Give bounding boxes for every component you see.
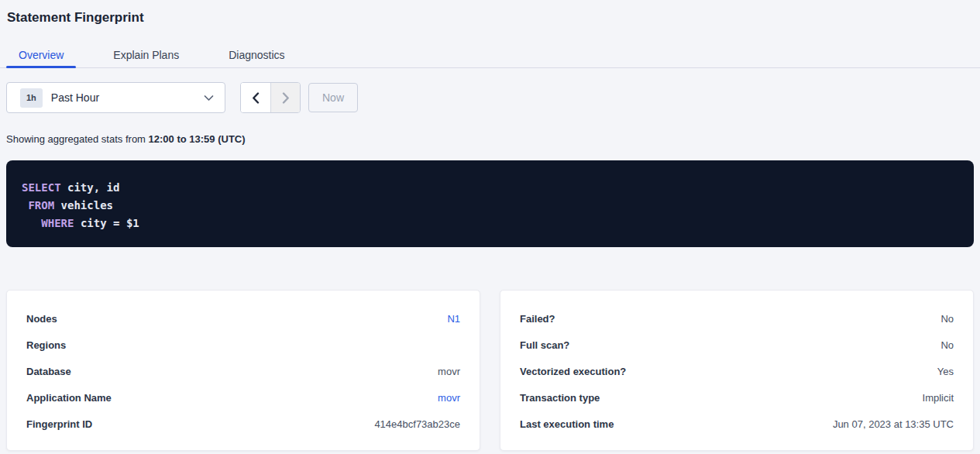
sql-statement-box: SELECT city, id FROM vehicles WHERE city… [6, 160, 974, 247]
application-name-label: Application Name [26, 392, 112, 404]
full-scan-label: Full scan? [520, 339, 569, 351]
time-step-button-group [240, 82, 301, 113]
chevron-down-icon [204, 95, 214, 101]
time-controls-row: 1h Past Hour Now [6, 82, 974, 113]
transaction-type-label: Transaction type [520, 392, 600, 404]
fingerprint-id-value: 414e4bcf73ab23ce [374, 418, 460, 430]
detail-row-nodes: Nodes N1 [26, 305, 460, 332]
detail-row-fingerprint-id: Fingerprint ID 414e4bcf73ab23ce [26, 411, 460, 437]
aggregated-stats-range: 12:00 to 13:59 (UTC) [149, 133, 246, 145]
detail-row-transaction-type: Transaction type Implicit [520, 384, 954, 411]
sql-line: SELECT city, id [22, 179, 958, 197]
time-interval-label: Past Hour [51, 91, 204, 104]
sql-keyword: WHERE [41, 217, 74, 229]
time-interval-badge: 1h [20, 88, 43, 108]
sql-line: WHERE city = $1 [22, 215, 958, 232]
detail-cards: Nodes N1 Regions Database movr Applicati… [6, 290, 974, 451]
execution-attributes-card: Failed? No Full scan? No Vectorized exec… [500, 290, 974, 451]
detail-row-last-execution: Last execution time Jun 07, 2023 at 13:3… [520, 411, 954, 437]
sql-keyword: FROM [28, 199, 54, 212]
tab-diagnostics-label: Diagnostics [229, 49, 284, 61]
sql-keyword: SELECT [22, 181, 61, 194]
aggregated-stats-text: Showing aggregated stats from 12:00 to 1… [6, 133, 974, 145]
tab-overview[interactable]: Overview [6, 43, 76, 67]
chevron-right-icon [282, 92, 290, 104]
last-execution-value: Jun 07, 2023 at 13:35 UTC [833, 418, 954, 430]
tab-diagnostics[interactable]: Diagnostics [216, 43, 297, 67]
nodes-link[interactable]: N1 [447, 313, 460, 325]
nodes-label: Nodes [26, 313, 57, 325]
tab-explain-plans[interactable]: Explain Plans [101, 43, 191, 67]
tab-bar: Overview Explain Plans Diagnostics [0, 43, 980, 68]
application-name-link[interactable]: movr [438, 392, 460, 404]
tab-overview-label: Overview [19, 49, 64, 61]
detail-row-full-scan: Full scan? No [520, 332, 954, 358]
full-scan-value: No [940, 339, 954, 351]
detail-row-application-name: Application Name movr [26, 384, 460, 411]
now-button[interactable]: Now [308, 83, 358, 112]
vectorized-value: Yes [937, 366, 954, 377]
regions-label: Regions [26, 339, 66, 351]
next-interval-button[interactable] [270, 83, 300, 112]
transaction-type-value: Implicit [923, 392, 954, 404]
fingerprint-id-label: Fingerprint ID [26, 418, 92, 430]
detail-row-database: Database movr [26, 358, 460, 384]
page-title: Statement Fingerprint [7, 10, 974, 26]
aggregated-stats-prefix: Showing aggregated stats from [6, 133, 149, 145]
detail-row-vectorized: Vectorized execution? Yes [520, 358, 954, 384]
sql-line: FROM vehicles [22, 197, 958, 215]
tab-explain-plans-label: Explain Plans [113, 49, 179, 61]
last-execution-label: Last execution time [520, 418, 614, 430]
statement-details-card: Nodes N1 Regions Database movr Applicati… [6, 290, 480, 451]
chevron-left-icon [252, 92, 260, 104]
database-label: Database [26, 366, 71, 377]
vectorized-label: Vectorized execution? [520, 366, 626, 377]
previous-interval-button[interactable] [241, 83, 270, 112]
database-value: movr [438, 366, 460, 377]
failed-label: Failed? [520, 313, 555, 325]
detail-row-regions: Regions [26, 332, 460, 358]
failed-value: No [940, 313, 954, 325]
detail-row-failed: Failed? No [520, 305, 954, 332]
time-interval-dropdown[interactable]: 1h Past Hour [6, 82, 225, 113]
